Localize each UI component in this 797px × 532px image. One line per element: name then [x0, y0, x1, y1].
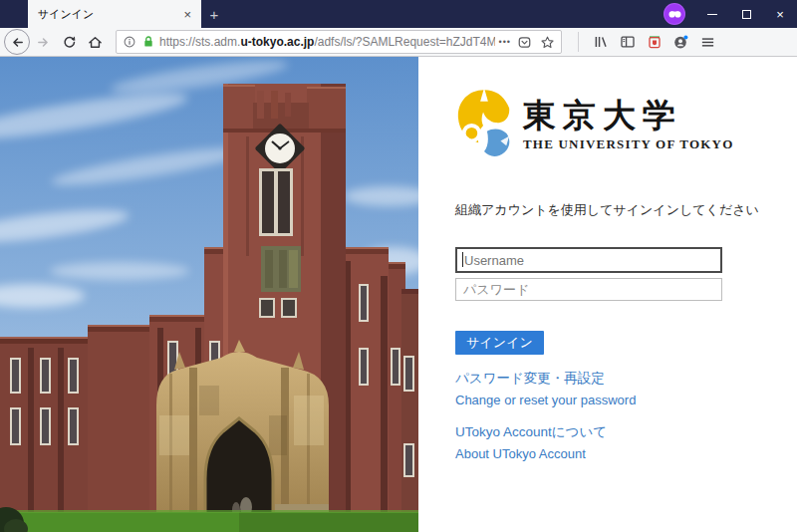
link-utokyo-account-jp[interactable]: UTokyo Accountについて — [455, 424, 797, 440]
browser-window: サインイン × + × — [0, 0, 797, 532]
bookmark-star-icon[interactable] — [540, 35, 555, 50]
maximize-icon — [742, 10, 751, 19]
utokyo-ginkgo-mark-icon — [455, 88, 513, 161]
tab-bar: サインイン × + × — [0, 0, 797, 28]
toolbar-divider — [578, 32, 579, 52]
minimize-icon — [707, 14, 717, 15]
site-info-icon[interactable] — [123, 35, 136, 49]
link-password-change-en[interactable]: Change or reset your password — [455, 393, 797, 408]
navigation-toolbar: https://sts.adm.u-tokyo.ac.jp/adfs/ls/?S… — [0, 28, 797, 57]
account-icon[interactable] — [667, 29, 694, 55]
signin-instruction: 組織アカウントを使用してサインインしてください — [455, 201, 797, 219]
username-input[interactable] — [455, 247, 722, 273]
extension-icon[interactable] — [641, 29, 667, 55]
signin-button[interactable]: サインイン — [455, 331, 544, 355]
login-panel: 東京大学 THE UNIVERSITY OF TOKYO 組織アカウントを使用し… — [418, 57, 797, 532]
reload-icon[interactable] — [56, 29, 82, 55]
url-text: https://sts.adm.u-tokyo.ac.jp/adfs/ls/?S… — [159, 35, 495, 49]
url-bar[interactable]: https://sts.adm.u-tokyo.ac.jp/adfs/ls/?S… — [116, 30, 562, 54]
menu-hamburger-icon[interactable] — [694, 29, 721, 55]
page-actions-icon[interactable]: ••• — [499, 37, 511, 47]
pocket-icon[interactable] — [517, 35, 532, 50]
forward-button[interactable] — [30, 29, 56, 55]
help-links: パスワード変更・再設定 Change or reset your passwor… — [455, 371, 797, 462]
text-caret — [462, 252, 463, 267]
logo-text-en: THE UNIVERSITY OF TOKYO — [523, 136, 733, 152]
link-password-change-jp[interactable]: パスワード変更・再設定 — [455, 371, 797, 387]
maximize-button[interactable] — [729, 0, 763, 28]
back-button[interactable] — [4, 29, 30, 55]
close-icon: × — [776, 8, 784, 21]
page-content: 東京大学 THE UNIVERSITY OF TOKYO 組織アカウントを使用し… — [0, 57, 797, 532]
tab-close-icon[interactable]: × — [181, 7, 193, 22]
logo-text-jp: 東京大学 — [523, 96, 733, 135]
campus-photo — [0, 57, 418, 532]
link-utokyo-account-en[interactable]: About UTokyo Account — [455, 446, 797, 462]
new-tab-button[interactable]: + — [201, 0, 227, 28]
sidebar-toggle-icon[interactable] — [614, 29, 641, 55]
private-browsing-mask-icon — [664, 3, 685, 25]
library-icon[interactable] — [587, 29, 614, 55]
utokyo-logo: 東京大学 THE UNIVERSITY OF TOKYO — [455, 88, 797, 161]
secure-lock-icon[interactable] — [141, 35, 155, 49]
tab-title: サインイン — [38, 7, 181, 22]
tab-signin[interactable]: サインイン × — [28, 0, 201, 28]
close-window-button[interactable]: × — [763, 0, 797, 28]
minimize-button[interactable] — [695, 0, 729, 28]
password-input[interactable] — [455, 278, 722, 301]
home-button[interactable] — [82, 29, 108, 55]
